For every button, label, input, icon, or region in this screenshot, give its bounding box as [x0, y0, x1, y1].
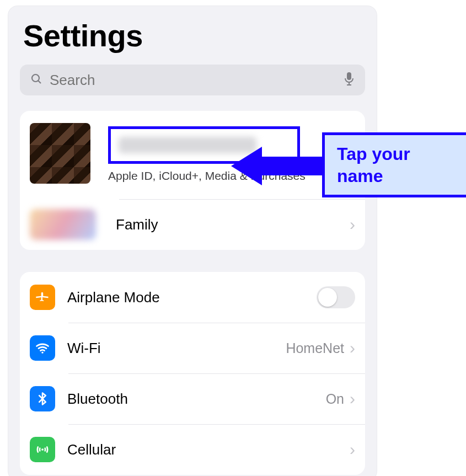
wifi-row[interactable]: Wi-Fi HomeNet ›: [20, 323, 365, 373]
bluetooth-row[interactable]: Bluetooth On ›: [20, 373, 365, 424]
settings-screen: Settings Apple ID, iClo: [8, 6, 377, 476]
avatar: [30, 123, 90, 184]
connectivity-card: Airplane Mode Wi-Fi HomeNet › Bluetooth …: [20, 272, 365, 475]
cellular-row[interactable]: Cellular ›: [20, 424, 365, 475]
chevron-right-icon: ›: [344, 389, 355, 408]
cellular-label: Cellular: [67, 441, 116, 458]
svg-point-6: [41, 352, 43, 354]
account-name-redacted: [119, 137, 256, 153]
family-label: Family: [116, 216, 158, 233]
airplane-mode-row[interactable]: Airplane Mode: [20, 272, 365, 323]
airplane-label: Airplane Mode: [67, 289, 160, 306]
wifi-label: Wi-Fi: [67, 340, 101, 357]
bluetooth-label: Bluetooth: [67, 391, 128, 408]
family-avatar: [30, 209, 96, 240]
wifi-value: HomeNet: [286, 340, 344, 356]
account-text: Apple ID, iCloud+, Media & Purchases: [108, 123, 306, 183]
search-icon: [30, 72, 43, 88]
search-field[interactable]: [20, 65, 365, 95]
airplane-icon: [30, 285, 55, 310]
microphone-icon[interactable]: [343, 71, 355, 89]
chevron-right-icon: ›: [344, 339, 355, 357]
airplane-toggle[interactable]: [317, 286, 355, 308]
search-input[interactable]: [49, 71, 338, 89]
wifi-icon: [30, 335, 55, 361]
account-card: Apple ID, iCloud+, Media & Purchases Fam…: [20, 111, 365, 250]
apple-id-row[interactable]: Apple ID, iCloud+, Media & Purchases: [20, 111, 365, 199]
bluetooth-icon: [30, 386, 55, 411]
svg-point-0: [32, 74, 39, 82]
account-name-highlight[interactable]: [108, 126, 300, 164]
bluetooth-value: On: [326, 391, 344, 407]
svg-rect-2: [347, 72, 351, 80]
chevron-right-icon: ›: [344, 215, 355, 234]
cellular-icon: [30, 437, 55, 462]
svg-line-1: [38, 81, 41, 83]
chevron-right-icon: ›: [344, 440, 355, 459]
svg-point-7: [41, 448, 44, 451]
family-row[interactable]: Family ›: [20, 199, 365, 250]
page-title: Settings: [23, 18, 362, 54]
account-subtitle: Apple ID, iCloud+, Media & Purchases: [108, 169, 306, 183]
